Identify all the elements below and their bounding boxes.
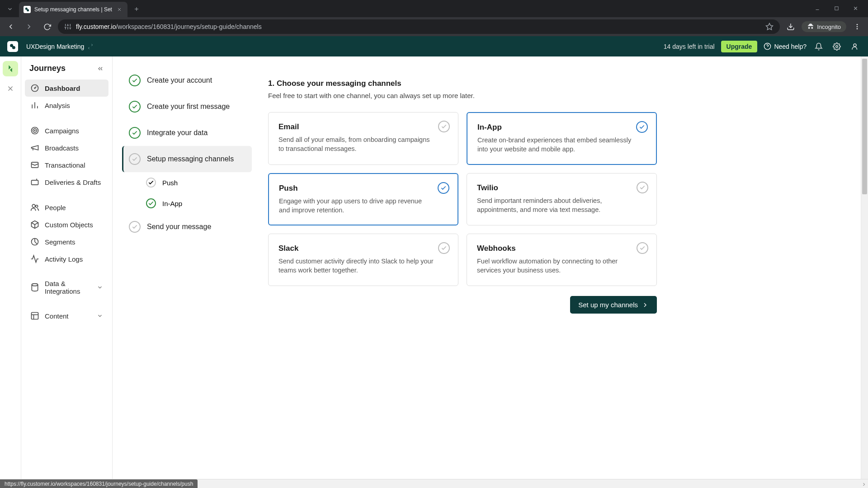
sidebar-item-label: Segments: [45, 238, 75, 246]
channel-card-webhooks[interactable]: WebhooksFuel workflow automation by conn…: [467, 234, 657, 286]
step-integrate-your-data[interactable]: Integrate your data: [123, 120, 252, 146]
setup-channels-button[interactable]: Set up my channels: [570, 296, 657, 314]
scrollbar[interactable]: [861, 56, 868, 479]
transaction-icon: [30, 160, 39, 169]
channel-desc: Engage with your app users to drive app …: [279, 197, 448, 215]
channel-desc: Fuel workflow automation by connecting t…: [477, 257, 646, 275]
people-icon: [30, 203, 39, 212]
channel-desc: Send customer activity directly into Sla…: [278, 257, 448, 275]
profile-icon[interactable]: [849, 41, 861, 52]
sidebar-item-custom-objects[interactable]: Custom Objects: [25, 216, 108, 233]
app-body: Journeys DashboardAnalysisCampaignsBroad…: [0, 56, 868, 479]
chart-icon: [30, 101, 39, 110]
check-done-icon: [146, 198, 156, 208]
step-create-your-account[interactable]: Create your account: [123, 67, 252, 94]
sidebar-item-data-integrations[interactable]: Data & Integrations: [25, 276, 108, 299]
downloads-icon[interactable]: [783, 19, 798, 34]
notifications-icon[interactable]: [813, 41, 825, 52]
tab-close-button[interactable]: [116, 6, 123, 13]
sidebar-item-activity-logs[interactable]: Activity Logs: [25, 250, 108, 267]
forward-button[interactable]: [22, 19, 36, 34]
setup-steps: Create your accountCreate your first mes…: [113, 56, 257, 479]
channel-card-email[interactable]: EmailSend all of your emails, from onboa…: [268, 112, 458, 165]
chevron-right-icon: [642, 301, 649, 309]
content-icon: [30, 311, 39, 320]
substep-push[interactable]: Push: [142, 172, 252, 193]
incognito-badge[interactable]: Incognito: [802, 21, 846, 32]
settings-gear-icon[interactable]: [831, 41, 843, 52]
channel-title: Webhooks: [477, 244, 646, 253]
check-pending-icon: [146, 178, 156, 188]
sidebar-item-transactional[interactable]: Transactional: [25, 156, 108, 174]
check-unselected-icon: [637, 242, 648, 254]
substep-in-app[interactable]: In-App: [142, 193, 252, 214]
channel-card-inapp[interactable]: In-AppCreate on-brand experiences that e…: [467, 112, 657, 165]
address-bar[interactable]: fly.customer.io/workspaces/160831/journe…: [58, 19, 780, 34]
check-pending-icon: [129, 221, 141, 233]
back-button[interactable]: [4, 19, 18, 34]
target-icon: [30, 126, 39, 135]
sidebar-item-label: Custom Objects: [45, 221, 93, 229]
step-create-your-first-message[interactable]: Create your first message: [123, 94, 252, 120]
channel-title: Push: [279, 184, 448, 193]
bookmark-icon[interactable]: [765, 23, 774, 31]
new-tab-button[interactable]: [130, 3, 143, 15]
reload-button[interactable]: [40, 19, 54, 34]
sidebar-item-segments[interactable]: Segments: [25, 233, 108, 250]
step-label: Send your message: [147, 223, 211, 231]
close-window-button[interactable]: [849, 2, 862, 14]
collapse-sidebar-icon[interactable]: [97, 65, 104, 72]
sidebar-item-label: Campaigns: [45, 127, 79, 135]
browser-tab[interactable]: Setup messaging channels | Set: [19, 2, 127, 17]
maximize-button[interactable]: [830, 2, 843, 14]
sidebar-item-content[interactable]: Content: [25, 307, 108, 324]
step-label: Create your account: [147, 76, 212, 84]
tab-search-button[interactable]: [4, 3, 16, 15]
help-button[interactable]: Need help?: [764, 42, 807, 50]
site-tune-icon[interactable]: [64, 23, 71, 30]
browser-menu-icon[interactable]: [850, 19, 864, 34]
channel-card-twilio[interactable]: TwilioSend important reminders about del…: [467, 173, 657, 226]
swap-icon: [88, 44, 93, 49]
favicon-icon: [24, 6, 31, 13]
sidebar-item-campaigns[interactable]: Campaigns: [25, 122, 108, 139]
minimize-button[interactable]: [811, 2, 824, 14]
step-send-your-message[interactable]: Send your message: [123, 214, 252, 240]
rail-other-icon[interactable]: [3, 81, 18, 96]
sidebar-item-label: Data & Integrations: [45, 280, 91, 295]
channel-card-slack[interactable]: SlackSend customer activity directly int…: [268, 234, 458, 286]
channel-card-push[interactable]: PushEngage with your app users to drive …: [268, 173, 458, 226]
tab-title: Setup messaging channels | Set: [34, 6, 112, 13]
workspace-name: UXDesign Marketing: [26, 43, 84, 50]
step-setup-messaging-channels[interactable]: Setup messaging channels: [122, 146, 252, 172]
chevron-down-icon: [97, 284, 103, 291]
channel-title: Twilio: [477, 183, 646, 192]
data-icon: [30, 283, 39, 292]
sidebar-item-deliveries-drafts[interactable]: Deliveries & Drafts: [25, 174, 108, 191]
app-logo-icon[interactable]: [7, 41, 18, 52]
sidebar: Journeys DashboardAnalysisCampaignsBroad…: [21, 56, 113, 479]
sidebar-item-people[interactable]: People: [25, 199, 108, 216]
workspace-switcher[interactable]: UXDesign Marketing: [26, 43, 93, 50]
sidebar-item-broadcasts[interactable]: Broadcasts: [25, 139, 108, 156]
svg-point-29: [854, 44, 856, 47]
sidebar-item-dashboard[interactable]: Dashboard: [25, 80, 108, 97]
svg-point-21: [857, 24, 858, 25]
svg-point-45: [32, 284, 38, 286]
upgrade-button[interactable]: Upgrade: [721, 41, 758, 52]
chevron-down-icon: [97, 313, 103, 319]
main-content: 1. Choose your messaging channels Feel f…: [257, 56, 868, 479]
substep-label: In-App: [162, 200, 182, 207]
sidebar-title: Journeys: [29, 64, 66, 73]
rail-journeys-icon[interactable]: [3, 61, 18, 76]
browser-tab-strip: Setup messaging channels | Set: [0, 0, 868, 17]
svg-point-28: [836, 45, 838, 47]
megaphone-icon: [30, 143, 39, 152]
svg-point-39: [34, 130, 35, 131]
svg-rect-41: [32, 180, 38, 185]
sidebar-item-analysis[interactable]: Analysis: [25, 97, 108, 114]
sidebar-item-label: Transactional: [45, 161, 85, 169]
channel-title: In-App: [477, 123, 646, 132]
svg-point-33: [34, 88, 35, 89]
svg-point-43: [36, 205, 38, 207]
